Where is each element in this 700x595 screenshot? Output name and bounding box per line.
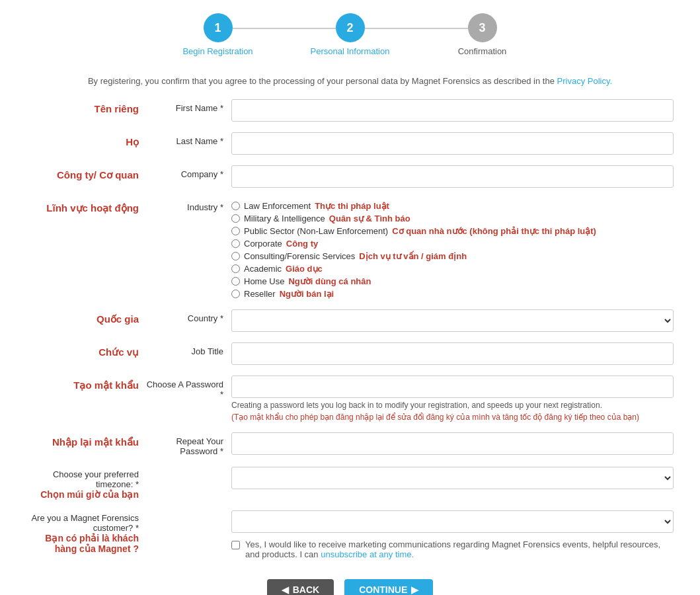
company-input[interactable] bbox=[231, 165, 674, 188]
step-2-label: Personal Information bbox=[311, 46, 390, 56]
first-name-label-vi: Tên riêng bbox=[26, 99, 145, 114]
password-row: Tạo mật khẩu Choose A Password * Creatin… bbox=[26, 376, 674, 422]
last-name-label-vi: Họ bbox=[26, 132, 145, 148]
continue-button[interactable]: CONTINUE ▶ bbox=[344, 579, 433, 595]
step-1-label: Begin Registration bbox=[182, 46, 253, 56]
industry-option-home_use: Home Use Người dùng cá nhân bbox=[231, 276, 674, 286]
country-label-vi: Quốc gia bbox=[26, 309, 145, 325]
industry-radio-military[interactable] bbox=[231, 214, 240, 223]
step-2: 2 Personal Information bbox=[284, 13, 416, 56]
company-label-vi: Công ty/ Cơ quan bbox=[26, 165, 145, 181]
industry-radio-home_use[interactable] bbox=[231, 277, 240, 286]
repeat-password-label-en: Repeat Your Password * bbox=[145, 432, 231, 456]
company-label-en: Company * bbox=[145, 165, 231, 179]
step-2-circle: 2 bbox=[336, 13, 365, 42]
job-title-label-vi: Chức vụ bbox=[26, 342, 145, 358]
timezone-select[interactable] bbox=[231, 467, 674, 489]
job-title-input[interactable] bbox=[231, 342, 674, 365]
industry-option-military: Military & Intelligence Quân sự & Tình b… bbox=[231, 214, 674, 223]
step-3-label: Confirmation bbox=[458, 46, 507, 56]
step-3-circle: 3 bbox=[468, 13, 497, 42]
industry-option-public_sector: Public Sector (Non-Law Enforcement) Cơ q… bbox=[231, 226, 674, 236]
industry-option-academic: Academic Giáo dục bbox=[231, 264, 674, 274]
magnet-label-vi: Bạn có phải là khách hàng của Magnet ? bbox=[26, 533, 139, 554]
first-name-label-en: First Name * bbox=[145, 99, 231, 113]
magnet-customer-select[interactable]: Yes No bbox=[231, 510, 674, 533]
password-label-vi: Tạo mật khẩu bbox=[26, 376, 145, 391]
password-label-en: Choose A Password * bbox=[145, 376, 231, 399]
unsubscribe-link[interactable]: unsubscribe at any time. bbox=[321, 549, 414, 559]
magnet-label-block: Are you a Magnet Forensics customer? * B… bbox=[26, 510, 145, 554]
last-name-input[interactable] bbox=[231, 132, 674, 155]
privacy-policy-link[interactable]: Privacy Policy. bbox=[557, 76, 613, 86]
industry-radio-public_sector[interactable] bbox=[231, 227, 240, 235]
timezone-label-block: Choose your preferred timezone: * Chọn m… bbox=[26, 467, 145, 500]
continue-icon: ▶ bbox=[411, 584, 418, 595]
timezone-label-en: Choose your preferred timezone: * bbox=[26, 469, 139, 489]
step-1-circle: 1 bbox=[204, 13, 233, 42]
industry-radio-law_enforcement[interactable] bbox=[231, 202, 240, 210]
country-label-en: Country * bbox=[145, 309, 231, 323]
industry-label-vi: Lĩnh vực hoạt động bbox=[26, 198, 145, 214]
magnet-customer-row: Are you a Magnet Forensics customer? * B… bbox=[26, 510, 674, 559]
privacy-notice: By registering, you confirm that you agr… bbox=[26, 76, 674, 86]
password-input[interactable] bbox=[231, 376, 674, 398]
marketing-label: Yes, I would like to receive marketing c… bbox=[245, 539, 674, 559]
registration-steps: 1 Begin Registration 2 Personal Informat… bbox=[26, 13, 674, 56]
industry-radio-consulting[interactable] bbox=[231, 252, 240, 260]
job-title-row: Chức vụ Job Title bbox=[26, 342, 674, 365]
job-title-label-en: Job Title bbox=[145, 342, 231, 356]
industry-option-corporate: Corporate Công ty bbox=[231, 239, 674, 249]
timezone-row: Choose your preferred timezone: * Chọn m… bbox=[26, 467, 674, 500]
step-1: 1 Begin Registration bbox=[152, 13, 284, 56]
back-button[interactable]: ◀ BACK bbox=[267, 579, 334, 595]
industry-radio-academic[interactable] bbox=[231, 264, 240, 273]
back-icon: ◀ bbox=[282, 584, 289, 595]
repeat-password-input[interactable] bbox=[231, 432, 674, 455]
industry-row: Lĩnh vực hoạt động Industry * Law Enforc… bbox=[26, 198, 674, 299]
password-hint-en: Creating a password lets you log back in… bbox=[231, 401, 674, 410]
country-row: Quốc gia Country * bbox=[26, 309, 674, 332]
company-row: Công ty/ Cơ quan Company * bbox=[26, 165, 674, 188]
last-name-row: Họ Last Name * bbox=[26, 132, 674, 155]
repeat-password-label-vi: Nhập lại mật khẩu bbox=[26, 432, 145, 448]
industry-radio-group: Law Enforcement Thực thi pháp luậtMilita… bbox=[231, 198, 674, 299]
password-hint-vi: (Tạo mật khẩu cho phép bạn đăng nhập lại… bbox=[231, 413, 674, 422]
industry-option-reseller: Reseller Người bán lại bbox=[231, 289, 674, 299]
form-buttons: ◀ BACK CONTINUE ▶ bbox=[26, 579, 674, 595]
industry-label-en: Industry * bbox=[145, 198, 231, 212]
first-name-row: Tên riêng First Name * bbox=[26, 99, 674, 122]
industry-radio-reseller[interactable] bbox=[231, 290, 240, 298]
last-name-label-en: Last Name * bbox=[145, 132, 231, 146]
timezone-label-vi: Chọn múi giờ của bạn bbox=[26, 489, 139, 500]
first-name-input[interactable] bbox=[231, 99, 674, 122]
repeat-password-row: Nhập lại mật khẩu Repeat Your Password * bbox=[26, 432, 674, 456]
industry-option-consulting: Consulting/Forensic Services Dịch vụ tư … bbox=[231, 251, 674, 261]
industry-option-law_enforcement: Law Enforcement Thực thi pháp luật bbox=[231, 201, 674, 211]
marketing-checkbox[interactable] bbox=[231, 541, 240, 549]
industry-radio-corporate[interactable] bbox=[231, 239, 240, 248]
magnet-label-en: Are you a Magnet Forensics customer? * bbox=[26, 513, 139, 533]
country-select[interactable] bbox=[231, 309, 674, 332]
step-3: 3 Confirmation bbox=[416, 13, 549, 56]
